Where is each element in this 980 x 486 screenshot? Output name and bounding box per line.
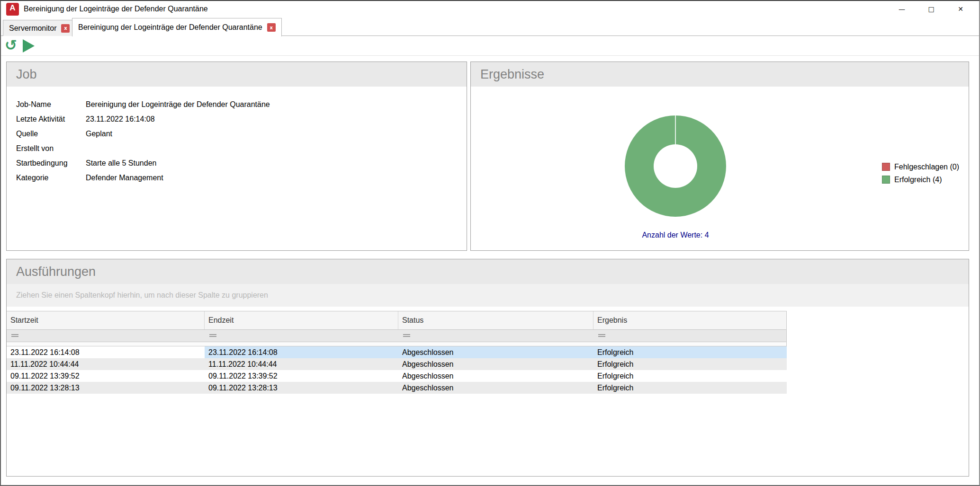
cell-startzeit[interactable]: 09.11.2022 13:39:52 bbox=[7, 370, 205, 382]
job-fields: Job-Name Bereinigung der Logeinträge der… bbox=[7, 87, 467, 185]
legend-swatch-red bbox=[882, 163, 890, 171]
play-icon[interactable] bbox=[23, 39, 35, 53]
field-label: Startbedingung bbox=[16, 159, 85, 168]
legend-label: Erfolgreich (4) bbox=[894, 176, 942, 184]
app-logo-letter: A bbox=[6, 3, 19, 16]
job-field-name: Job-Name Bereinigung der Logeinträge der… bbox=[7, 97, 467, 112]
tab-servermonitor[interactable]: Servermonitor x bbox=[3, 20, 76, 36]
filter-cell-endzeit[interactable] bbox=[205, 330, 398, 342]
job-field-start-condition: Startbedingung Starte alle 5 Stunden bbox=[7, 156, 467, 170]
window-controls: — □ ✕ bbox=[887, 1, 975, 17]
field-value: Bereinigung der Logeinträge der Defender… bbox=[86, 100, 270, 109]
donut-hole bbox=[654, 144, 697, 188]
job-field-last-activity: Letzte Aktivität 23.11.2022 16:14:08 bbox=[7, 112, 467, 126]
field-label: Kategorie bbox=[16, 174, 85, 182]
tab-bereinigung-label: Bereinigung der Logeinträge der Defender… bbox=[78, 23, 262, 32]
legend-item-failed: Fehlgeschlagen (0) bbox=[882, 160, 959, 173]
results-panel: Ergebnisse Fehlgeschlagen (0) Erfolgreic… bbox=[470, 62, 969, 251]
cell-startzeit[interactable]: 23.11.2022 16:14:08 bbox=[7, 346, 205, 358]
filter-icon bbox=[403, 334, 410, 338]
filter-cell-status[interactable] bbox=[398, 330, 593, 342]
job-panel: Job Job-Name Bereinigung der Logeinträge… bbox=[6, 62, 467, 251]
grid-filter-row bbox=[7, 330, 787, 342]
grid-spacer-row bbox=[7, 342, 787, 346]
filter-cell-startzeit[interactable] bbox=[7, 330, 205, 342]
donut-chart bbox=[625, 115, 726, 217]
refresh-icon[interactable]: ↺ bbox=[5, 38, 17, 52]
legend-label: Fehlgeschlagen (0) bbox=[894, 163, 959, 171]
chart-legend: Fehlgeschlagen (0) Erfolgreich (4) bbox=[882, 160, 959, 186]
cell-status[interactable]: Abgeschlossen bbox=[398, 358, 593, 370]
cell-ergebnis[interactable]: Erfolgreich bbox=[593, 382, 787, 394]
group-by-hint[interactable]: Ziehen Sie einen Spaltenkopf hierhin, um… bbox=[7, 284, 969, 307]
field-label: Quelle bbox=[16, 130, 85, 138]
tab-bereinigung-close-icon[interactable]: x bbox=[267, 23, 276, 32]
executions-grid: Startzeit Endzeit Status Ergebnis 23.11.… bbox=[7, 311, 787, 394]
window-title: Bereinigung der Logeinträge der Defender… bbox=[24, 1, 208, 17]
cell-startzeit[interactable]: 09.11.2022 13:28:13 bbox=[7, 382, 205, 394]
job-field-category: Kategorie Defender Management bbox=[7, 170, 467, 185]
tab-servermonitor-close-icon[interactable]: x bbox=[61, 24, 70, 33]
cell-endzeit[interactable]: 11.11.2022 10:44:44 bbox=[205, 358, 398, 370]
cell-ergebnis[interactable]: Erfolgreich bbox=[593, 346, 787, 358]
field-label: Letzte Aktivität bbox=[16, 115, 85, 124]
table-row[interactable]: 11.11.2022 10:44:44 11.11.2022 10:44:44 … bbox=[7, 358, 787, 370]
field-value: 23.11.2022 16:14:08 bbox=[86, 115, 155, 124]
app-logo-icon: A bbox=[6, 3, 19, 16]
job-field-source: Quelle Geplant bbox=[7, 126, 467, 141]
cell-ergebnis[interactable]: Erfolgreich bbox=[593, 358, 787, 370]
field-label: Erstellt von bbox=[16, 144, 85, 153]
column-header-startzeit[interactable]: Startzeit bbox=[7, 311, 205, 329]
minimize-button[interactable]: — bbox=[887, 1, 917, 17]
cell-status[interactable]: Abgeschlossen bbox=[398, 346, 593, 358]
field-value: Geplant bbox=[86, 130, 112, 138]
job-field-created-by: Erstellt von bbox=[7, 141, 467, 156]
job-panel-title: Job bbox=[7, 62, 467, 87]
results-panel-title: Ergebnisse bbox=[471, 62, 969, 87]
tab-strip: Servermonitor x Bereinigung der Logeintr… bbox=[1, 17, 979, 36]
field-value: Defender Management bbox=[86, 174, 163, 182]
cell-endzeit[interactable]: 09.11.2022 13:39:52 bbox=[205, 370, 398, 382]
table-row[interactable]: 09.11.2022 13:28:13 09.11.2022 13:28:13 … bbox=[7, 382, 787, 394]
column-header-endzeit[interactable]: Endzeit bbox=[205, 311, 398, 329]
legend-swatch-green bbox=[882, 176, 890, 184]
grid-header-row: Startzeit Endzeit Status Ergebnis bbox=[7, 311, 787, 330]
column-header-ergebnis[interactable]: Ergebnis bbox=[593, 311, 787, 329]
titlebar: A Bereinigung der Logeinträge der Defend… bbox=[1, 1, 979, 17]
filter-icon bbox=[598, 334, 605, 338]
cell-ergebnis[interactable]: Erfolgreich bbox=[593, 370, 787, 382]
cell-startzeit[interactable]: 11.11.2022 10:44:44 bbox=[7, 358, 205, 370]
field-label: Job-Name bbox=[16, 100, 85, 109]
executions-panel-title: Ausführungen bbox=[7, 259, 969, 284]
cell-endzeit[interactable]: 09.11.2022 13:28:13 bbox=[205, 382, 398, 394]
results-chart-area: Fehlgeschlagen (0) Erfolgreich (4) Anzah… bbox=[471, 87, 969, 250]
field-value: Starte alle 5 Stunden bbox=[86, 159, 156, 168]
toolbar: ↺ bbox=[1, 36, 979, 56]
tab-bereinigung[interactable]: Bereinigung der Logeinträge der Defender… bbox=[72, 18, 282, 36]
values-count-label: Anzahl der Werte: 4 bbox=[596, 231, 755, 239]
cell-status[interactable]: Abgeschlossen bbox=[398, 370, 593, 382]
filter-cell-ergebnis[interactable] bbox=[593, 330, 787, 342]
table-row[interactable]: 23.11.2022 16:14:08 23.11.2022 16:14:08 … bbox=[7, 346, 787, 358]
cell-status[interactable]: Abgeschlossen bbox=[398, 382, 593, 394]
filter-icon bbox=[209, 334, 216, 338]
filter-icon bbox=[11, 334, 18, 338]
close-button[interactable]: ✕ bbox=[946, 1, 975, 17]
executions-panel: Ausführungen Ziehen Sie einen Spaltenkop… bbox=[6, 259, 969, 477]
cell-endzeit[interactable]: 23.11.2022 16:14:08 bbox=[205, 346, 398, 358]
table-row[interactable]: 09.11.2022 13:39:52 09.11.2022 13:39:52 … bbox=[7, 370, 787, 382]
column-header-status[interactable]: Status bbox=[398, 311, 593, 329]
maximize-button[interactable]: □ bbox=[917, 1, 946, 17]
legend-item-success: Erfolgreich (4) bbox=[882, 173, 959, 186]
tab-servermonitor-label: Servermonitor bbox=[9, 24, 56, 33]
